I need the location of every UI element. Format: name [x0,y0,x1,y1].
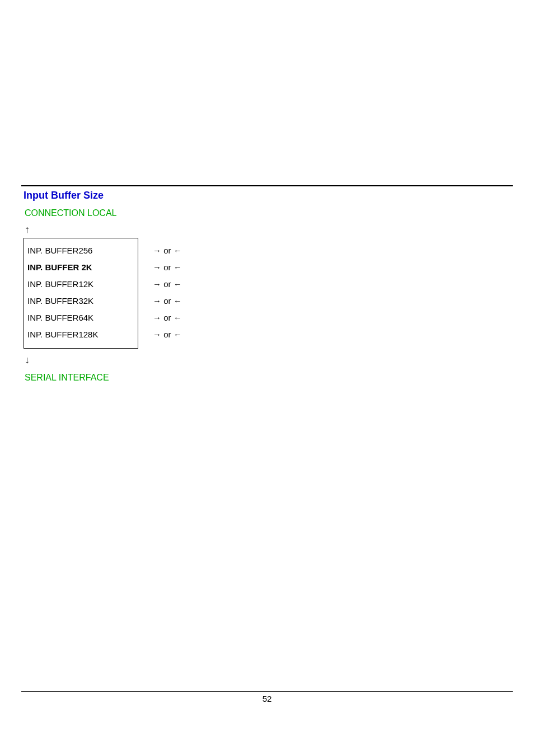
option-label: INP. BUFFER12K [27,279,93,289]
arrow-down: ↓ [25,354,513,366]
option-row: INP. BUFFER32K → or ← [27,292,134,309]
page-number: 52 [21,694,513,703]
section-title: Input Buffer Size [24,190,513,201]
option-label: INP. BUFFER32K [27,296,93,306]
option-row: INP. BUFFER256 → or ← [27,242,134,259]
arrow-up: ↑ [25,224,513,236]
option-label: INP. BUFFER64K [27,313,93,322]
nav-arrows: → or ← [153,330,182,339]
link-serial-interface[interactable]: SERIAL INTERFACE [25,373,109,383]
nav-arrows: → or ← [153,279,182,289]
option-row: INP. BUFFER12K → or ← [27,275,134,292]
option-row: INP. BUFFER 2K → or ← [27,259,134,275]
bottom-divider [21,691,513,692]
option-row: INP. BUFFER64K → or ← [27,309,134,326]
nav-arrows: → or ← [153,262,182,272]
top-divider [21,185,513,186]
option-label: INP. BUFFER256 [27,246,92,255]
option-row: INP. BUFFER128K → or ← [27,326,134,342]
option-label: INP. BUFFER 2K [27,262,92,272]
nav-arrows: → or ← [153,313,182,322]
options-box: INP. BUFFER256 → or ← INP. BUFFER 2K → o… [24,238,138,349]
nav-arrows: → or ← [153,246,182,255]
nav-arrows: → or ← [153,296,182,306]
option-label: INP. BUFFER128K [27,330,98,339]
link-connection-local[interactable]: CONNECTION LOCAL [25,208,116,218]
